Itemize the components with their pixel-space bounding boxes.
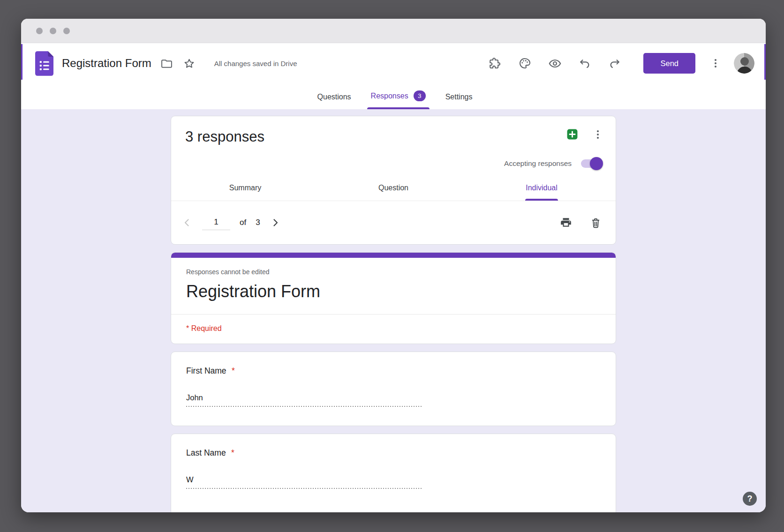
required-asterisk: * [232, 366, 235, 375]
chevron-left-icon [181, 217, 193, 228]
question-card-last-name: Last Name * W [171, 434, 616, 512]
toggle-knob [590, 157, 603, 170]
redo-button[interactable] [607, 55, 623, 71]
folder-icon [161, 58, 173, 69]
app-header: Registration Form All changes saved in D… [21, 43, 766, 109]
responses-summary-card: 3 responses [171, 116, 616, 245]
required-asterisk: * [231, 448, 234, 457]
preview-button[interactable] [547, 55, 563, 71]
print-icon [560, 217, 572, 229]
answer-text: John [186, 393, 601, 402]
palette-icon [519, 57, 531, 69]
star-button[interactable] [181, 55, 197, 71]
more-options-button[interactable] [708, 55, 724, 71]
undo-icon [579, 57, 591, 69]
star-icon [183, 58, 195, 69]
puzzle-icon [489, 57, 501, 69]
add-ons-button[interactable] [487, 55, 503, 71]
undo-button[interactable] [577, 55, 593, 71]
kebab-menu-icon [710, 58, 721, 69]
view-tab-question[interactable]: Question [319, 175, 467, 201]
view-tab-summary[interactable]: Summary [171, 175, 319, 201]
responses-notice: Responses cannot be edited [186, 268, 601, 276]
answer-underline [186, 406, 423, 407]
previous-response-button[interactable] [181, 217, 193, 228]
required-note: * Required [186, 324, 222, 332]
pagination-of-label: of [240, 218, 246, 227]
redo-icon [609, 57, 621, 69]
window-titlebar[interactable] [21, 19, 766, 43]
link-to-sheets-button[interactable] [566, 128, 578, 140]
form-title: Registration Form [186, 282, 601, 314]
response-number-input[interactable] [202, 216, 230, 230]
accepting-responses-label: Accepting responses [504, 159, 572, 168]
question-label: Last Name [186, 448, 226, 457]
move-to-folder-button[interactable] [159, 55, 175, 71]
titlebar-dot[interactable] [63, 28, 70, 34]
titlebar-dot[interactable] [50, 28, 56, 34]
titlebar-dot[interactable] [36, 28, 43, 34]
help-icon: ? [747, 494, 753, 504]
next-response-button[interactable] [270, 217, 281, 228]
save-status: All changes saved in Drive [214, 60, 297, 67]
customize-theme-button[interactable] [517, 55, 533, 71]
form-header-card: Responses cannot be edited Registration … [171, 252, 616, 344]
trash-icon [590, 217, 602, 229]
accepting-responses-toggle[interactable] [581, 159, 602, 168]
responses-count-badge: 3 [414, 90, 426, 101]
sheets-icon [566, 128, 578, 140]
app-window: Registration Form All changes saved in D… [21, 19, 766, 512]
focus-outline-left [21, 44, 23, 80]
send-button[interactable]: Send [643, 53, 695, 74]
eye-icon [549, 57, 561, 70]
responses-page: 3 responses [21, 109, 766, 512]
pagination-total: 3 [256, 218, 260, 227]
response-pagination: of 3 [171, 201, 616, 244]
form-accent-bar [171, 253, 616, 258]
responses-count-title: 3 responses [185, 128, 264, 145]
account-avatar[interactable] [734, 53, 754, 74]
google-forms-icon[interactable] [35, 51, 53, 76]
document-title[interactable]: Registration Form [62, 57, 151, 70]
answer-underline [186, 488, 423, 489]
delete-response-button[interactable] [590, 217, 602, 229]
response-view-tabs: Summary Question Individual [171, 175, 616, 201]
avatar-photo [734, 53, 754, 74]
kebab-menu-icon [592, 129, 603, 140]
tab-questions[interactable]: Questions [315, 93, 354, 109]
main-tab-bar: Questions Responses 3 Settings [35, 83, 754, 109]
question-label: First Name [186, 366, 226, 375]
responses-more-options-button[interactable] [592, 129, 603, 140]
chevron-right-icon [270, 217, 281, 228]
tab-settings[interactable]: Settings [443, 93, 475, 109]
print-response-button[interactable] [560, 217, 572, 229]
tab-responses[interactable]: Responses 3 [368, 90, 429, 109]
answer-text: W [186, 475, 601, 484]
help-button[interactable]: ? [743, 492, 757, 506]
view-tab-individual[interactable]: Individual [467, 175, 616, 201]
focus-outline-right [764, 44, 766, 80]
question-card-first-name: First Name * John [171, 352, 616, 426]
